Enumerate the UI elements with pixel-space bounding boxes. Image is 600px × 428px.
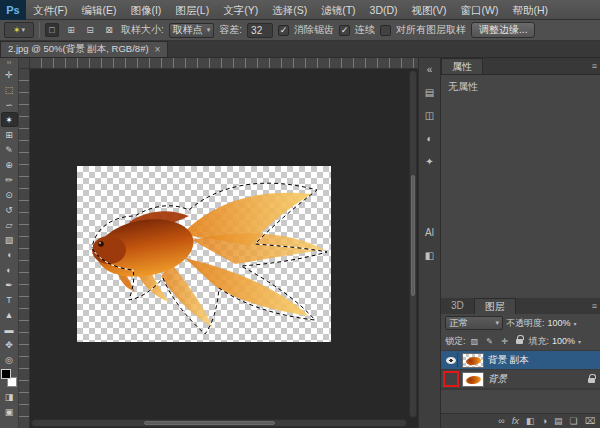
vertical-scrollbar[interactable] <box>409 70 417 418</box>
screen-mode-toggle[interactable]: ▣ <box>1 404 18 419</box>
opacity-label: 不透明度: <box>506 317 545 330</box>
refine-edge-button[interactable]: 调整边缘... <box>471 22 535 38</box>
foreground-color-swatch[interactable] <box>1 369 11 379</box>
tolerance-input[interactable]: 32 <box>247 23 273 38</box>
shape-tool[interactable]: ▬ <box>1 322 18 337</box>
panel-menu-icon[interactable]: ≡ <box>592 298 597 314</box>
horizontal-scrollbar-thumb[interactable] <box>144 421 275 425</box>
dock-icon-swatches[interactable]: ◫ <box>421 106 439 124</box>
menu-edit[interactable]: 编辑(E) <box>74 0 123 20</box>
visibility-toggle[interactable] <box>444 353 458 367</box>
lock-transparency-icon[interactable]: ▨ <box>469 335 481 347</box>
new-selection-icon[interactable]: □ <box>45 23 59 37</box>
document-tab-title: 2.jpg @ 50%(背景 副本, RGB/8#) <box>8 43 149 56</box>
chevron-down-icon[interactable]: ▾ <box>578 338 581 345</box>
dock-icon-channels[interactable]: ◧ <box>421 246 439 264</box>
tab-properties[interactable]: 属性 <box>441 58 483 74</box>
antialias-checkbox[interactable]: ✓ <box>278 25 289 36</box>
layer-row-background-copy[interactable]: 背景 副本 <box>441 351 600 370</box>
menu-view[interactable]: 视图(V) <box>405 0 454 20</box>
document-image[interactable] <box>77 166 331 342</box>
sample-size-dropdown[interactable]: 取样点 ▾ <box>169 23 215 38</box>
horizontal-scrollbar[interactable] <box>31 419 407 427</box>
menu-file[interactable]: 文件(F) <box>26 0 74 20</box>
brush-tool[interactable]: ✏ <box>1 172 18 187</box>
healing-brush-tool[interactable]: ⊕ <box>1 157 18 172</box>
menu-filter[interactable]: 滤镜(T) <box>314 0 362 20</box>
clone-stamp-tool[interactable]: ⊙ <box>1 187 18 202</box>
visibility-toggle[interactable] <box>444 372 458 386</box>
move-tool[interactable]: ✛ <box>1 67 18 82</box>
layer-thumbnail[interactable] <box>462 372 484 387</box>
tab-3d[interactable]: 3D <box>441 298 474 314</box>
menu-3d[interactable]: 3D(D) <box>363 0 405 20</box>
toolbar-collapse-icon[interactable]: ›› <box>7 59 12 67</box>
layer-name[interactable]: 背景 <box>488 373 507 386</box>
panel-menu-icon[interactable]: ≡ <box>592 58 597 74</box>
pen-tool[interactable]: ✒ <box>1 277 18 292</box>
blur-tool[interactable]: ◖ <box>1 247 18 262</box>
adjustment-layer-icon[interactable]: ◑ <box>542 414 547 428</box>
menu-window[interactable]: 窗口(W) <box>454 0 506 20</box>
collapse-dock-icon[interactable]: « <box>421 60 439 78</box>
lock-all-icon[interactable] <box>514 335 526 347</box>
menu-type[interactable]: 文字(Y) <box>216 0 265 20</box>
delete-layer-icon[interactable]: ⌧ <box>585 414 595 428</box>
vertical-scrollbar-thumb[interactable] <box>411 175 415 296</box>
canvas-area[interactable] <box>19 58 418 428</box>
fish-thumbnail-art <box>466 355 482 365</box>
dock-icon-history[interactable]: ▤ <box>421 83 439 101</box>
crop-tool[interactable]: ⊞ <box>1 127 18 142</box>
layer-style-icon[interactable]: fx <box>512 414 519 428</box>
subtract-selection-icon[interactable]: ⊟ <box>83 23 97 37</box>
dock-icon-styles[interactable]: ✦ <box>421 152 439 170</box>
gradient-tool[interactable]: ▧ <box>1 232 18 247</box>
link-layers-icon[interactable]: ∞ <box>498 414 504 428</box>
dock-icon-ai[interactable]: Al <box>421 223 439 241</box>
hand-tool[interactable]: ✥ <box>1 337 18 352</box>
sample-all-layers-checkbox[interactable] <box>380 25 391 36</box>
zoom-tool[interactable]: ◎ <box>1 352 18 367</box>
history-brush-tool[interactable]: ↺ <box>1 202 18 217</box>
eyedropper-tool[interactable]: ✎ <box>1 142 18 157</box>
document-tab[interactable]: 2.jpg @ 50%(背景 副本, RGB/8#) × <box>0 41 168 57</box>
magic-wand-tool[interactable]: ✶ <box>1 112 18 127</box>
layer-list: 背景 副本 背景 <box>441 350 600 390</box>
ruler-corner <box>19 58 30 69</box>
document-tab-bar: 2.jpg @ 50%(背景 副本, RGB/8#) × <box>0 41 600 58</box>
close-icon[interactable]: × <box>155 44 161 55</box>
dock-icon-adjustments[interactable]: ◐ <box>421 129 439 147</box>
lasso-tool[interactable]: ∽ <box>1 97 18 112</box>
tool-preset-dropdown[interactable]: ✶ ▾ <box>4 22 34 38</box>
dodge-tool[interactable]: ◐ <box>1 262 18 277</box>
lock-pixels-icon[interactable]: ✎ <box>484 335 496 347</box>
opacity-value[interactable]: 100% <box>548 318 571 328</box>
new-group-icon[interactable]: ▤ <box>554 414 563 428</box>
menu-help[interactable]: 帮助(H) <box>506 0 556 20</box>
properties-panel-header: 属性 ≡ <box>441 58 600 75</box>
path-select-tool[interactable]: ▲ <box>1 307 18 322</box>
eraser-tool[interactable]: ▱ <box>1 217 18 232</box>
layers-panel-header: 3D 图层 ≡ <box>441 298 600 315</box>
fill-value[interactable]: 100% <box>552 336 575 346</box>
layer-thumbnail[interactable] <box>462 353 484 368</box>
layer-mask-icon[interactable]: ◧ <box>526 414 535 428</box>
separator <box>39 22 40 38</box>
add-selection-icon[interactable]: ⊞ <box>64 23 78 37</box>
blend-mode-dropdown[interactable]: 正常 ▾ <box>445 316 503 330</box>
chevron-down-icon[interactable]: ▾ <box>574 320 577 327</box>
menu-layer[interactable]: 图层(L) <box>168 0 216 20</box>
menu-image[interactable]: 图像(I) <box>123 0 168 20</box>
new-layer-icon[interactable]: ❏ <box>570 414 578 428</box>
contiguous-checkbox[interactable]: ✓ <box>339 25 350 36</box>
layer-row-background[interactable]: 背景 <box>441 370 600 389</box>
lock-position-icon[interactable]: ✛ <box>499 335 511 347</box>
marquee-tool[interactable]: ⬚ <box>1 82 18 97</box>
quick-mask-toggle[interactable]: ◨ <box>1 389 18 404</box>
layer-name[interactable]: 背景 副本 <box>488 354 529 367</box>
tab-layers[interactable]: 图层 <box>474 298 516 314</box>
intersect-selection-icon[interactable]: ⊠ <box>102 23 116 37</box>
color-swatches[interactable] <box>1 369 17 387</box>
menu-select[interactable]: 选择(S) <box>265 0 314 20</box>
type-tool[interactable]: T <box>1 292 18 307</box>
